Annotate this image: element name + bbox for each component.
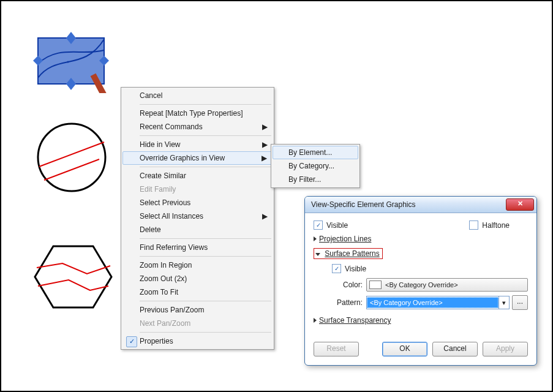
menu-label: By Element... [288, 148, 332, 157]
surface-patterns-visible-checkbox[interactable]: ✓ [332, 264, 341, 273]
menu-item-zoom-in-region[interactable]: Zoom In Region [122, 258, 273, 272]
svg-marker-7 [35, 246, 111, 307]
canvas: Cancel Repeat [Match Type Properties] Re… [0, 0, 553, 392]
menu-item-edit-family: Edit Family [122, 183, 273, 196]
visible-checkbox[interactable]: ✓ [314, 221, 323, 230]
button-label: Reset [326, 344, 345, 353]
pattern-label: Pattern: [332, 298, 363, 307]
reset-button[interactable]: Reset [314, 342, 359, 356]
menu-item-create-similar[interactable]: Create Similar [122, 169, 273, 183]
pattern-combobox[interactable]: <By Category Override> ▾ [366, 296, 510, 309]
button-label: Cancel [443, 344, 466, 353]
surface-transparency-section[interactable]: Surface Transparency [314, 316, 528, 325]
surface-patterns-section[interactable]: Surface Patterns [314, 248, 528, 259]
menu-label: Delete [140, 225, 161, 234]
surface-patterns-label: Surface Patterns [325, 249, 379, 258]
projection-lines-section[interactable]: Projection Lines [314, 235, 528, 243]
menu-item-zoom-out-2x[interactable]: Zoom Out (2x) [122, 272, 273, 285]
menu-label: Select All Instances [140, 212, 203, 221]
menu-label: By Filter... [288, 175, 321, 184]
menu-separator [140, 104, 271, 105]
dropdown-arrow-icon[interactable]: ▾ [498, 296, 509, 309]
menu-item-hide-in-view[interactable]: Hide in View▶ [122, 138, 273, 151]
view-specific-element-graphics-dialog[interactable]: View-Specific Element Graphics ✕ ✓ Visib… [304, 196, 537, 366]
check-icon: ✓ [126, 336, 137, 347]
dialog-titlebar[interactable]: View-Specific Element Graphics ✕ [305, 197, 536, 213]
submenu-arrow-icon: ▶ [262, 140, 268, 149]
cancel-button[interactable]: Cancel [432, 342, 478, 356]
menu-label: Override Graphics in View [140, 154, 225, 162]
menu-label: Previous Pan/Zoom [140, 306, 204, 314]
dialog-button-bar: Reset OK Cancel Apply [305, 336, 536, 365]
menu-separator [140, 135, 271, 136]
menu-separator [140, 332, 271, 333]
menu-label: Create Similar [140, 172, 186, 180]
menu-item-find-referring-views[interactable]: Find Referring Views [122, 241, 273, 254]
override-submenu[interactable]: By Element... By Category... By Filter..… [271, 144, 360, 188]
menu-item-next-pan-zoom: Next Pan/Zoom [122, 317, 273, 330]
submenu-arrow-icon: ▶ [261, 154, 267, 162]
pattern-value: <By Category Override> [367, 297, 498, 308]
surface-patterns-visible-label: Visible [345, 265, 366, 273]
menu-label: Zoom To Fit [140, 288, 178, 296]
color-label: Color: [332, 281, 363, 289]
menu-label: Recent Commands [140, 123, 203, 131]
menu-item-repeat[interactable]: Repeat [Match Type Properties] [122, 107, 273, 120]
menu-separator [140, 238, 271, 239]
submenu-item-by-filter[interactable]: By Filter... [273, 173, 358, 186]
menu-label: Select Previous [140, 198, 190, 207]
menu-label: Find Referring Views [140, 243, 208, 252]
color-picker-button[interactable]: <By Category Override> [366, 278, 528, 292]
menu-label: Hide in View [140, 140, 180, 149]
context-menu[interactable]: Cancel Repeat [Match Type Properties] Re… [121, 87, 274, 350]
menu-item-delete[interactable]: Delete [122, 223, 273, 236]
menu-label: Edit Family [140, 185, 176, 194]
menu-separator [140, 167, 271, 167]
collapse-icon [315, 253, 320, 256]
submenu-arrow-icon: ▶ [262, 123, 268, 131]
close-button[interactable]: ✕ [506, 198, 534, 211]
menu-item-override-graphics[interactable]: Override Graphics in View▶ [122, 151, 273, 165]
button-label: OK [399, 344, 410, 353]
menu-item-recent-commands[interactable]: Recent Commands▶ [122, 120, 273, 134]
menu-label: Repeat [Match Type Properties] [140, 109, 243, 118]
svg-point-6 [38, 124, 105, 191]
menu-label: Next Pan/Zoom [140, 319, 190, 328]
menu-item-previous-pan-zoom[interactable]: Previous Pan/Zoom [122, 303, 273, 317]
svg-point-1 [67, 61, 69, 63]
menu-label: Cancel [140, 91, 162, 100]
menu-label: Properties [140, 337, 173, 345]
dialog-title: View-Specific Element Graphics [311, 200, 506, 209]
menu-separator [140, 301, 271, 301]
menu-label: Zoom In Region [140, 261, 192, 270]
color-value: <By Category Override> [385, 281, 458, 288]
halftone-label: Halftone [482, 221, 510, 230]
submenu-arrow-icon: ▶ [262, 212, 268, 221]
submenu-item-by-element[interactable]: By Element... [273, 146, 358, 159]
color-swatch [369, 281, 382, 289]
menu-item-select-previous[interactable]: Select Previous [122, 196, 273, 209]
pattern-browse-button[interactable]: ... [512, 295, 528, 310]
menu-item-select-all-instances[interactable]: Select All Instances▶ [122, 209, 273, 223]
menu-item-cancel[interactable]: Cancel [122, 89, 273, 102]
menu-label: By Category... [288, 162, 334, 170]
dialog-body: ✓ Visible Halftone Projection Lines Surf… [305, 213, 536, 336]
menu-label: Zoom Out (2x) [140, 274, 187, 283]
ok-button[interactable]: OK [382, 342, 427, 356]
menu-item-zoom-to-fit[interactable]: Zoom To Fit [122, 285, 273, 299]
button-label: Apply [496, 344, 514, 353]
submenu-item-by-category[interactable]: By Category... [273, 159, 358, 173]
expand-icon [314, 318, 317, 323]
apply-button[interactable]: Apply [483, 342, 528, 356]
visible-label: Visible [326, 221, 348, 230]
menu-separator [140, 256, 271, 257]
surface-transparency-label: Surface Transparency [319, 316, 391, 325]
halftone-checkbox[interactable] [469, 221, 478, 230]
projection-lines-label: Projection Lines [319, 235, 371, 243]
expand-icon [314, 236, 317, 241]
menu-item-properties[interactable]: ✓ Properties [122, 334, 273, 348]
